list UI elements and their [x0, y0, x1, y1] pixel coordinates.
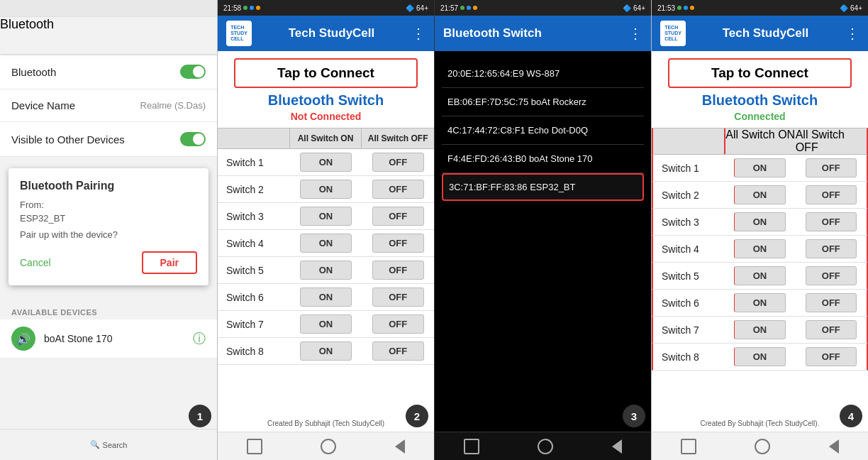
switch-on-btn-4[interactable]: ON	[734, 266, 785, 285]
switch-on-btn[interactable]: ON	[300, 288, 352, 307]
switch-on-btn-4[interactable]: ON	[734, 185, 785, 204]
switch-off-btn[interactable]: OFF	[372, 180, 424, 199]
switch-on-btn[interactable]: ON	[300, 153, 352, 172]
switch-name: Switch 6	[218, 285, 290, 310]
switch-off-btn-4[interactable]: OFF	[806, 185, 857, 204]
device-row[interactable]: 🔊 boAt Stone 170 ⓘ	[0, 319, 217, 358]
switch-off-btn[interactable]: OFF	[372, 261, 424, 280]
bluetooth-icon-4: 🔷	[840, 4, 848, 12]
switch-off-btn[interactable]: OFF	[372, 288, 424, 307]
switch-row-4: Switch 7 ON OFF	[652, 317, 868, 344]
scan-item[interactable]: 4C:17:44:72:C8:F1 Echo Dot-D0Q	[442, 116, 644, 145]
menu-icon-2[interactable]: ⋮	[411, 25, 425, 42]
visible-toggle[interactable]	[180, 132, 206, 146]
panel3-badge: 3	[623, 405, 645, 427]
tap-connect-btn-2[interactable]: Tap to Connect	[234, 58, 418, 88]
available-label: AVAILABLE DEVICES	[0, 302, 217, 319]
switch-row-4: Switch 1 ON OFF	[652, 155, 868, 182]
col-off-header-2: All Switch OFF	[362, 128, 434, 148]
switch-row: Switch 2 ON OFF	[218, 176, 434, 203]
tap-connect-btn-4[interactable]: Tap to Connect	[668, 58, 852, 88]
panel-connected: 21:53 🔷 64+ TECHSTUDYCELL Tech StudyCell…	[651, 0, 868, 460]
switch-name: Switch 8	[218, 339, 290, 363]
switch-row: Switch 4 ON OFF	[218, 230, 434, 257]
scan-item[interactable]: 20:0E:12:65:64:E9 WS-887	[442, 60, 644, 88]
panel1-title: Bluetooth	[0, 17, 217, 54]
col-name-header-2	[218, 128, 290, 148]
menu-icon-3[interactable]: ⋮	[628, 25, 642, 42]
switch-off-btn-4[interactable]: OFF	[806, 266, 857, 285]
scan-item[interactable]: F4:4E:FD:26:43:B0 boAt Stone 170	[442, 145, 644, 173]
nav-circle-2[interactable]	[321, 439, 336, 454]
bluetooth-icon: 🔷	[406, 4, 414, 12]
scan-item[interactable]: 3C:71:BF:FF:83:86 ESP32_BT	[442, 173, 644, 201]
switch-off-btn[interactable]: OFF	[372, 314, 424, 334]
switch-on-btn[interactable]: ON	[300, 261, 352, 280]
nav-circle-4[interactable]	[755, 439, 770, 454]
switch-name-4: Switch 1	[653, 156, 724, 180]
app-logo-4: TECHSTUDYCELL	[660, 21, 686, 46]
bt-switch-title-2: Bluetooth Switch	[218, 92, 434, 109]
nav-square-3[interactable]	[464, 439, 479, 454]
panel4-badge: 4	[840, 405, 862, 427]
nav-back-3[interactable]	[612, 439, 622, 454]
menu-icon-4[interactable]: ⋮	[845, 25, 859, 42]
pairing-title: Bluetooth Pairing	[20, 180, 197, 192]
switch-off-btn[interactable]: OFF	[372, 341, 424, 361]
device-info-icon[interactable]: ⓘ	[193, 330, 206, 347]
switch-on-btn[interactable]: ON	[300, 207, 352, 226]
switch-on-btn-4[interactable]: ON	[734, 320, 785, 339]
nav-square-2[interactable]	[247, 439, 262, 454]
nav-circle-3[interactable]	[538, 439, 553, 454]
switch-on-btn[interactable]: ON	[300, 234, 352, 253]
switch-row: Switch 1 ON OFF	[218, 149, 434, 176]
switch-name-4: Switch 5	[653, 264, 724, 288]
switch-on-btn-4[interactable]: ON	[734, 239, 785, 258]
switch-off-btn-4[interactable]: OFF	[806, 212, 857, 231]
nav-square-4[interactable]	[681, 439, 696, 454]
switch-name: Switch 1	[218, 150, 290, 175]
switch-off-btn-4[interactable]: OFF	[806, 158, 857, 177]
switch-on-btn[interactable]: ON	[300, 180, 352, 199]
switch-on-btn[interactable]: ON	[300, 341, 352, 361]
visible-row[interactable]: Visible to Other Devices	[0, 122, 217, 157]
pair-button[interactable]: Pair	[142, 251, 197, 274]
scan-item[interactable]: EB:06:EF:7D:5C:75 boAt Rockerz	[442, 88, 644, 116]
dot3-2	[467, 6, 471, 10]
switch-off-btn-4[interactable]: OFF	[806, 347, 857, 366]
bluetooth-row[interactable]: Bluetooth	[0, 55, 217, 89]
switch-off-btn[interactable]: OFF	[372, 153, 424, 172]
switch-on-btn-4[interactable]: ON	[734, 347, 785, 366]
switch-row-4: Switch 5 ON OFF	[652, 263, 868, 290]
switch-on-btn[interactable]: ON	[300, 314, 352, 334]
switch-off-btn[interactable]: OFF	[372, 234, 424, 253]
col-on-header-2: All Switch ON	[290, 128, 362, 148]
switch-off-btn-4[interactable]: OFF	[806, 293, 857, 312]
footer-2: Created By Subhajit (Tech StudyCell)	[218, 415, 434, 432]
panel-scan: 21:57 🔷 64+ Bluetooth Switch ⋮ 20:0E:12:…	[434, 0, 651, 460]
device-name-row[interactable]: Device Name Realme (S.Das)	[0, 89, 217, 122]
bluetooth-toggle[interactable]	[180, 65, 206, 79]
switch-name-4: Switch 2	[653, 183, 724, 207]
bottom-nav-2	[218, 432, 434, 460]
switch-row: Switch 8 ON OFF	[218, 338, 434, 365]
nav-back-2[interactable]	[395, 439, 405, 454]
switch-on-btn-4[interactable]: ON	[734, 212, 785, 231]
switch-off-btn[interactable]: OFF	[372, 207, 424, 226]
panel1-header: Bluetooth	[0, 17, 217, 54]
bottom-nav-4	[652, 432, 868, 460]
switch-row-4: Switch 3 ON OFF	[652, 209, 868, 236]
cancel-button[interactable]: Cancel	[20, 257, 51, 268]
switch-off-btn-4[interactable]: OFF	[806, 320, 857, 339]
switch-row-4: Switch 6 ON OFF	[652, 290, 868, 317]
dot3	[256, 6, 260, 10]
visible-label: Visible to Other Devices	[11, 133, 125, 146]
switch-off-btn-4[interactable]: OFF	[806, 239, 857, 258]
bottom-nav-1: 🔍 Search	[0, 429, 217, 460]
switch-on-btn-4[interactable]: ON	[734, 158, 785, 177]
nav-back-4[interactable]	[829, 439, 839, 454]
switch-name: Switch 2	[218, 177, 290, 202]
switch-on-btn-4[interactable]: ON	[734, 293, 785, 312]
switch-row: Switch 3 ON OFF	[218, 203, 434, 230]
footer-4: Created By Subhajit (Tech StudyCell).	[652, 415, 868, 432]
